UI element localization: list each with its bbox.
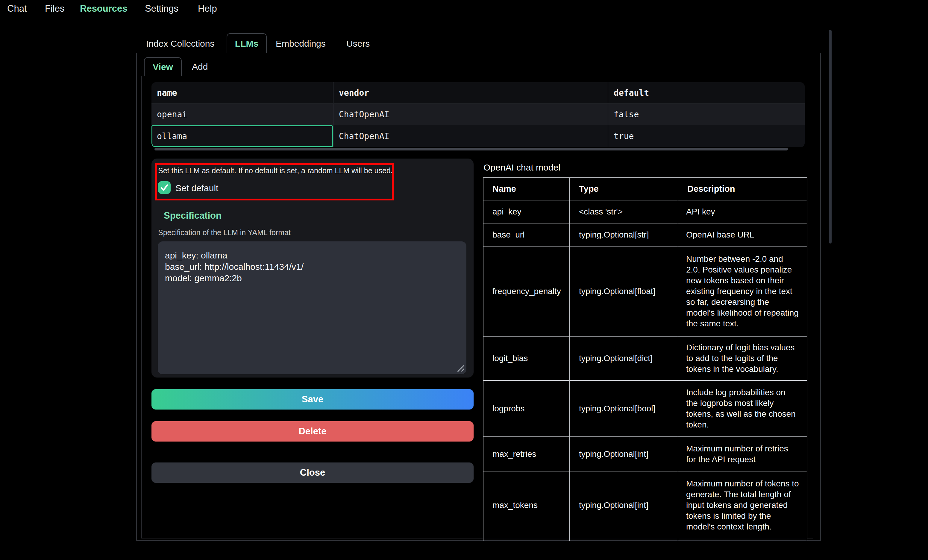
param-type: typing.Optional[str]: [570, 223, 678, 246]
params-table-container: NameTypeDescription api_key<class 'str'>…: [483, 177, 808, 541]
param-row-empty: [483, 539, 807, 541]
save-button[interactable]: Save: [151, 389, 473, 409]
param-row-logit-bias: logit_biastyping.Optional[dict]Dictionar…: [483, 336, 807, 380]
yaml-spec-textarea[interactable]: api_key: ollama base_url: http://localho…: [158, 241, 466, 374]
param-description: Dictionary of logit bias values to add t…: [678, 336, 807, 380]
llm-table-horizontal-scrollbar[interactable]: [154, 148, 788, 151]
param-name: [483, 539, 570, 541]
tab-label: LLMs: [235, 39, 258, 49]
param-name: max_tokens: [483, 471, 570, 539]
param-description: OpenAI base URL: [678, 223, 807, 246]
llm-cell: ollama: [151, 125, 333, 147]
param-row-max-tokens: max_tokenstyping.Optional[int]Maximum nu…: [483, 471, 807, 539]
llm-cell: true: [608, 125, 805, 147]
llm-list-table: namevendordefaultopenaiChatOpenAIfalseol…: [151, 82, 805, 147]
param-type: typing.Optional[int]: [570, 437, 678, 471]
subtab-label: View: [153, 62, 173, 72]
param-name: api_key: [483, 200, 570, 223]
top-nav: ChatFilesResourcesSettingsHelp: [0, 0, 928, 18]
llm-row-ollama[interactable]: ollamaChatOpenAItrue: [151, 125, 805, 147]
param-type: typing.Optional[float]: [570, 246, 678, 336]
subtab-view[interactable]: View: [144, 57, 182, 76]
param-type: typing.Optional[dict]: [570, 336, 678, 380]
param-row-base-url: base_urltyping.Optional[str]OpenAI base …: [483, 223, 807, 246]
tab-users[interactable]: Users: [346, 39, 370, 49]
param-description: API key: [678, 200, 807, 223]
llm-column-header-vendor: vendor: [333, 82, 608, 103]
set-default-label: Set default: [176, 183, 218, 193]
set-default-help-text: Set this LLM as default. If no default i…: [158, 166, 393, 175]
param-type: typing.Optional[int]: [570, 471, 678, 539]
param-name: logprobs: [483, 380, 570, 437]
param-type: typing.Optional[bool]: [570, 380, 678, 437]
param-row-max-retries: max_retriestyping.Optional[int]Maximum n…: [483, 437, 807, 471]
nav-item-chat[interactable]: Chat: [7, 3, 27, 14]
param-name: base_url: [483, 223, 570, 246]
param-description: Include log probabilities on the logprob…: [678, 380, 807, 437]
llm-table-header-row: namevendordefault: [151, 82, 805, 103]
delete-button[interactable]: Delete: [151, 421, 473, 441]
checkmark-icon: [160, 184, 168, 191]
params-table: NameTypeDescription api_key<class 'str'>…: [483, 177, 807, 541]
llm-cell: false: [608, 104, 805, 125]
param-type: <class 'str'>: [570, 200, 678, 223]
tab-embeddings[interactable]: Embeddings: [276, 39, 326, 49]
nav-item-help[interactable]: Help: [198, 3, 217, 14]
llm-column-header-name: name: [151, 82, 333, 103]
param-name: max_retries: [483, 437, 570, 471]
specification-help-text: Specification of the LLM in YAML format: [158, 228, 291, 237]
nav-item-files[interactable]: Files: [45, 3, 64, 14]
llm-column-header-default: default: [608, 82, 805, 103]
specification-heading: Specification: [164, 210, 221, 221]
params-table-header: NameTypeDescription: [483, 178, 807, 200]
param-name: logit_bias: [483, 336, 570, 380]
param-row-frequency-penalty: frequency_penaltytyping.Optional[float]N…: [483, 246, 807, 336]
close-button[interactable]: Close: [151, 463, 473, 483]
params-column-header-type: Type: [570, 178, 678, 200]
set-default-checkbox[interactable]: [158, 181, 171, 194]
llm-row-openai[interactable]: openaiChatOpenAIfalse: [151, 103, 805, 125]
llm-cell: openai: [151, 104, 333, 125]
param-row-api-key: api_key<class 'str'>API key: [483, 200, 807, 223]
param-description: Maximum number of tokens to generate. Th…: [678, 471, 807, 539]
param-description: Number between -2.0 and 2.0. Positive va…: [678, 246, 807, 336]
tab-index-collections[interactable]: Index Collections: [146, 39, 214, 49]
subtab-add[interactable]: Add: [192, 62, 208, 72]
llm-cell: ChatOpenAI: [333, 104, 608, 125]
nav-item-resources[interactable]: Resources: [80, 3, 128, 14]
params-column-header-description: Description: [678, 178, 807, 200]
tab-llms[interactable]: LLMs: [227, 33, 267, 53]
nav-item-settings[interactable]: Settings: [145, 3, 179, 14]
param-description: Maximum number of retries for the API re…: [678, 437, 807, 471]
param-name: frequency_penalty: [483, 246, 570, 336]
param-row-logprobs: logprobstyping.Optional[bool]Include log…: [483, 380, 807, 437]
param-description: [678, 539, 807, 541]
params-panel-title: OpenAI chat model: [484, 163, 560, 173]
llm-cell: ChatOpenAI: [333, 125, 608, 147]
params-column-header-name: Name: [483, 178, 570, 200]
param-type: [570, 539, 678, 541]
vertical-scrollbar[interactable]: [829, 30, 832, 243]
